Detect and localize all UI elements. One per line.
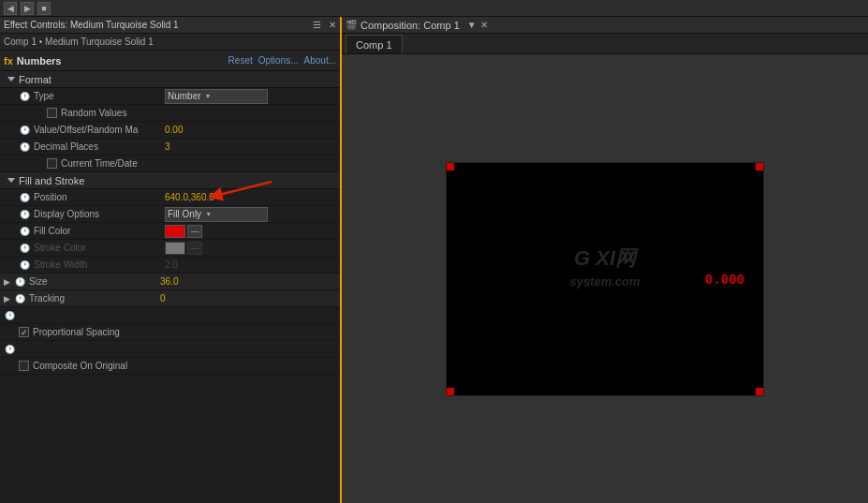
panel-header: Effect Controls: Medium Turquoise Solid …: [0, 17, 340, 34]
random-values-checkbox[interactable]: [47, 108, 57, 118]
random-values-label: Random Values: [61, 108, 126, 118]
format-section-label: Format: [19, 74, 51, 85]
extra-stopwatch1[interactable]: 🕐: [4, 310, 15, 321]
proportional-spacing-label: Proportional Spacing: [33, 327, 120, 337]
size-stopwatch-icon[interactable]: 🕐: [14, 276, 25, 288]
display-options-dropdown[interactable]: Fill Only: [165, 207, 268, 222]
top-bar: ◀ ▶ ■: [0, 0, 868, 17]
panel-header-title: Effect Controls: Medium Turquoise Solid …: [4, 20, 309, 30]
effect-title-row: fx Numbers Reset Options... About...: [0, 51, 340, 71]
extra-stopwatch2[interactable]: 🕐: [4, 344, 15, 355]
size-expand-icon[interactable]: ▶: [4, 277, 10, 287]
comp-header-title: Composition: Comp 1: [360, 20, 460, 31]
panel-subheader: Comp 1 • Medium Turquoise Solid 1: [0, 34, 340, 51]
position-row: 🕐 Position 640.0,360.0: [0, 189, 340, 206]
fill-color-stopwatch-icon[interactable]: 🕐: [19, 226, 30, 237]
panel-menu-icon[interactable]: ☰: [313, 20, 321, 30]
stroke-width-value: 2.0: [165, 259, 178, 270]
watermark: G XI网 system.com: [569, 244, 640, 290]
type-value: Number: [168, 91, 201, 101]
stroke-color-swatch: [165, 242, 185, 255]
fill-stroke-section-label: Fill and Stroke: [19, 175, 84, 186]
comp-tabs: Comp 1: [342, 34, 868, 54]
type-label: Type: [34, 91, 165, 101]
tracking-expand-icon[interactable]: ▶: [4, 294, 10, 303]
format-triangle-icon: [7, 77, 15, 81]
stroke-color-label: Stroke Color: [34, 243, 165, 253]
decimal-places-row: 🕐 Decimal Places 3: [0, 139, 340, 155]
fill-color-row: 🕐 Fill Color —: [0, 223, 340, 240]
corner-marker-br: [756, 388, 763, 395]
subheader-text: Comp 1 • Medium Turquoise Solid 1: [4, 37, 154, 47]
comp1-tab[interactable]: Comp 1: [346, 35, 403, 53]
type-dropdown[interactable]: Number: [165, 89, 268, 104]
decimal-places-value[interactable]: 3: [165, 141, 170, 152]
current-time-label: Current Time/Date: [61, 158, 138, 169]
panel-close-icon[interactable]: ✕: [329, 20, 336, 30]
main-layout: Effect Controls: Medium Turquoise Solid …: [0, 17, 868, 503]
current-time-checkbox[interactable]: [47, 158, 57, 169]
extra-stopwatch-row2: 🕐: [0, 341, 340, 358]
comp-black-area: 0.000 G XI网 system.com: [446, 162, 764, 396]
type-row: 🕐 Type Number: [0, 88, 340, 105]
value-stopwatch-icon[interactable]: 🕐: [19, 125, 30, 136]
corner-marker-tr: [756, 163, 763, 170]
display-options-label: Display Options: [34, 209, 165, 219]
about-link[interactable]: About...: [304, 55, 336, 66]
composite-on-original-row: Composite On Original: [0, 358, 340, 375]
display-options-value: Fill Only: [168, 209, 201, 219]
proportional-spacing-row: Proportional Spacing: [0, 324, 340, 341]
fill-color-swatch[interactable]: [165, 225, 185, 238]
decimal-places-label: Decimal Places: [34, 141, 165, 152]
comp-close-icon[interactable]: ✕: [480, 20, 488, 30]
tracking-row: ▶ 🕐 Tracking 0: [0, 290, 340, 307]
watermark-line2: system.com: [569, 273, 640, 289]
position-value[interactable]: 640.0,360.0: [165, 192, 214, 202]
stroke-color-row: 🕐 Stroke Color —: [0, 240, 340, 257]
random-values-row: Random Values: [0, 105, 340, 122]
fwd-btn[interactable]: ▶: [21, 2, 34, 15]
tracking-stopwatch-icon[interactable]: 🕐: [14, 293, 25, 304]
comp1-tab-label: Comp 1: [356, 39, 392, 51]
size-value[interactable]: 36.0: [160, 276, 178, 287]
size-label: Size: [29, 276, 160, 287]
proportional-spacing-checkbox[interactable]: [19, 327, 29, 337]
comp-dropdown-icon[interactable]: ▼: [467, 20, 477, 30]
current-time-row: Current Time/Date: [0, 155, 340, 172]
position-label: Position: [34, 192, 165, 202]
display-options-row: 🕐 Display Options Fill Only: [0, 206, 340, 223]
fill-stroke-section-header[interactable]: Fill and Stroke: [0, 172, 340, 189]
type-stopwatch-icon[interactable]: 🕐: [19, 91, 30, 102]
value-offset-row: 🕐 Value/Offset/Random Ma 0.00: [0, 122, 340, 139]
stroke-color-edit-btn: —: [187, 242, 202, 255]
value-offset-label: Value/Offset/Random Ma: [34, 125, 165, 135]
reset-link[interactable]: Reset: [228, 55, 253, 66]
composition-panel: 🎬 Composition: Comp 1 ▼ ✕ Comp 1 0.000: [342, 17, 868, 503]
stop-btn[interactable]: ■: [37, 2, 51, 15]
comp-header: 🎬 Composition: Comp 1 ▼ ✕: [342, 17, 868, 34]
size-row: ▶ 🕐 Size 36.0: [0, 274, 340, 290]
corner-marker-tl: [447, 163, 454, 170]
tracking-label: Tracking: [29, 293, 160, 303]
fx-badge: fx: [4, 55, 13, 67]
stroke-width-label: Stroke Width: [34, 259, 165, 270]
comp-header-icon: 🎬: [346, 20, 357, 30]
comp-canvas: 0.000 G XI网 system.com: [342, 54, 868, 503]
decimal-stopwatch-icon[interactable]: 🕐: [19, 141, 30, 153]
position-stopwatch-icon[interactable]: 🕐: [19, 192, 30, 203]
fill-color-edit-btn[interactable]: —: [187, 225, 202, 238]
stroke-color-stopwatch-icon: 🕐: [19, 243, 30, 254]
watermark-line1: G XI网: [569, 244, 640, 274]
properties-area: Format 🕐 Type Number Random Values 🕐 Val…: [0, 71, 340, 503]
back-btn[interactable]: ◀: [4, 2, 17, 15]
extra-stopwatch-row1: 🕐: [0, 307, 340, 324]
preview-numbers-text: 0.000: [705, 272, 744, 287]
tracking-value[interactable]: 0: [160, 293, 166, 303]
options-link[interactable]: Options...: [258, 55, 299, 66]
stroke-width-stopwatch-icon: 🕐: [19, 259, 30, 271]
composite-on-original-checkbox[interactable]: [19, 361, 29, 371]
effect-controls-panel: Effect Controls: Medium Turquoise Solid …: [0, 17, 342, 503]
display-options-stopwatch-icon[interactable]: 🕐: [19, 209, 30, 220]
format-section-header[interactable]: Format: [0, 71, 340, 88]
value-offset-value[interactable]: 0.00: [165, 125, 183, 135]
